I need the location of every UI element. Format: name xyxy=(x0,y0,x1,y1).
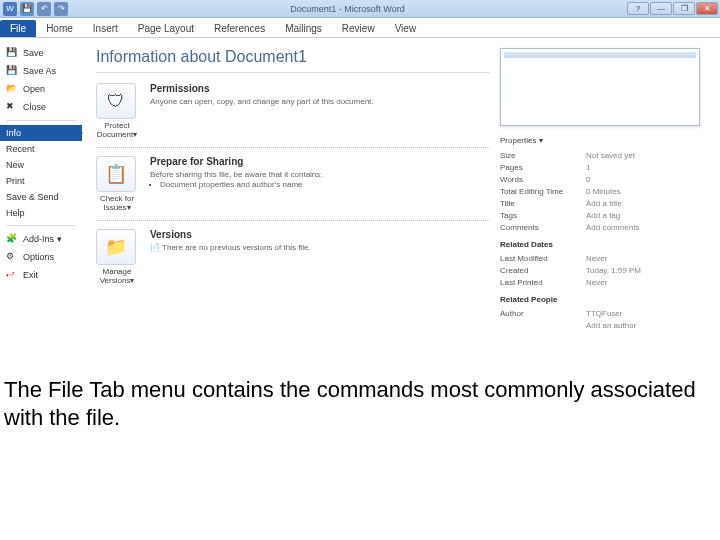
close-button[interactable]: ✕ xyxy=(696,2,718,15)
versions-icon: 📁 xyxy=(105,236,127,258)
prop-value[interactable]: Add comments xyxy=(586,223,639,232)
prop-value[interactable]: Add a tag xyxy=(586,211,620,220)
prop-value[interactable]: Add a title xyxy=(586,199,622,208)
sidebar-item-new[interactable]: New xyxy=(0,157,82,173)
sidebar-item-close[interactable]: ✖Close xyxy=(0,98,82,116)
sidebar-item-addins[interactable]: 🧩Add-Ins ▾ xyxy=(0,230,82,248)
protect-document-button[interactable]: 🛡 Protect Document▾ xyxy=(96,83,138,139)
tab-page-layout[interactable]: Page Layout xyxy=(128,20,204,37)
info-column: Information about Document1 🛡 Protect Do… xyxy=(96,48,490,362)
minimize-button[interactable]: — xyxy=(650,2,672,15)
backstage-main: Information about Document1 🛡 Protect Do… xyxy=(82,38,720,368)
prop-row: CreatedToday, 1:59 PM xyxy=(500,266,706,275)
prop-row: Add an author xyxy=(500,321,706,330)
prop-value: Not saved yet xyxy=(586,151,635,160)
prop-key: Comments xyxy=(500,223,586,232)
save-icon[interactable]: 💾 xyxy=(20,2,34,16)
tab-references[interactable]: References xyxy=(204,20,275,37)
sidebar-item-label: Save As xyxy=(23,66,56,76)
maximize-button[interactable]: ❐ xyxy=(673,2,695,15)
button-label: Protect Document▾ xyxy=(97,121,137,139)
sidebar-item-options[interactable]: ⚙Options xyxy=(0,248,82,266)
button-label: Check for Issues▾ xyxy=(100,194,134,212)
prop-key: Tags xyxy=(500,211,586,220)
prop-key: Words xyxy=(500,175,586,184)
sidebar-item-label: Close xyxy=(23,102,46,112)
tab-mailings[interactable]: Mailings xyxy=(275,20,332,37)
sidebar-item-recent[interactable]: Recent xyxy=(0,141,82,157)
sidebar-item-open[interactable]: 📂Open xyxy=(0,80,82,98)
prop-row: TitleAdd a title xyxy=(500,199,706,208)
addins-icon: 🧩 xyxy=(6,233,18,245)
sidebar-item-exit[interactable]: ⮐Exit xyxy=(0,266,82,284)
sidebar-item-save-as[interactable]: 💾Save As xyxy=(0,62,82,80)
close-icon: ✖ xyxy=(6,101,18,113)
document-preview[interactable] xyxy=(500,48,700,126)
redo-icon[interactable]: ↷ xyxy=(54,2,68,16)
word-icon: W xyxy=(3,2,17,16)
slide-caption: The File Tab menu contains the commands … xyxy=(0,368,720,432)
tab-home[interactable]: Home xyxy=(36,20,83,37)
tab-file[interactable]: File xyxy=(0,20,36,37)
prop-row: Pages1 xyxy=(500,163,706,172)
versions-note-icon: 📄 xyxy=(150,243,162,252)
prop-row: Last ModifiedNever xyxy=(500,254,706,263)
prop-value: 1 xyxy=(586,163,590,172)
section-lead: Before sharing this file, be aware that … xyxy=(150,170,323,179)
prop-key: Created xyxy=(500,266,586,275)
prop-value: Today, 1:59 PM xyxy=(586,266,641,275)
sidebar-item-label: Open xyxy=(23,84,45,94)
sidebar-item-save-send[interactable]: Save & Send xyxy=(0,189,82,205)
exit-icon: ⮐ xyxy=(6,269,18,281)
prop-row: AuthorTTQFuser xyxy=(500,309,706,318)
check-icon: 📋 xyxy=(105,163,127,185)
sidebar-item-label: Print xyxy=(6,176,25,186)
sidebar-item-label: Recent xyxy=(6,144,35,154)
sidebar-item-help[interactable]: Help xyxy=(0,205,82,221)
sidebar-item-label: New xyxy=(6,160,24,170)
properties-header[interactable]: Properties ▾ xyxy=(500,136,706,145)
tab-review[interactable]: Review xyxy=(332,20,385,37)
titlebar: W 💾 ↶ ↷ Document1 - Microsoft Word ? — ❐… xyxy=(0,0,720,18)
backstage: 💾Save 💾Save As 📂Open ✖Close Info Recent … xyxy=(0,38,720,368)
section-text: Before sharing this file, be aware that … xyxy=(150,170,490,191)
separator xyxy=(6,225,76,226)
backstage-sidebar: 💾Save 💾Save As 📂Open ✖Close Info Recent … xyxy=(0,38,82,368)
section-heading: Prepare for Sharing xyxy=(150,156,490,167)
sidebar-item-print[interactable]: Print xyxy=(0,173,82,189)
prop-value: 0 xyxy=(586,175,590,184)
prop-row: CommentsAdd comments xyxy=(500,223,706,232)
related-dates-heading: Related Dates xyxy=(500,240,706,249)
divider xyxy=(96,72,490,73)
help-button[interactable]: ? xyxy=(627,2,649,15)
section-versions: 📁 Manage Versions▾ Versions 📄 There are … xyxy=(96,229,490,293)
prop-row: Words0 xyxy=(500,175,706,184)
section-text: 📄 There are no previous versions of this… xyxy=(150,243,490,253)
prop-value: Never xyxy=(586,278,607,287)
check-issues-button[interactable]: 📋 Check for Issues▾ xyxy=(96,156,138,212)
manage-versions-button[interactable]: 📁 Manage Versions▾ xyxy=(96,229,138,285)
tab-insert[interactable]: Insert xyxy=(83,20,128,37)
prop-key: Author xyxy=(500,309,586,318)
prop-value[interactable]: Add an author xyxy=(586,321,636,330)
prop-key: Title xyxy=(500,199,586,208)
prop-row: SizeNot saved yet xyxy=(500,151,706,160)
button-label: Manage Versions▾ xyxy=(100,267,135,285)
prop-key: Pages xyxy=(500,163,586,172)
sidebar-item-label: Save xyxy=(23,48,44,58)
section-heading: Permissions xyxy=(150,83,490,94)
sidebar-item-info[interactable]: Info xyxy=(0,125,82,141)
section-note: There are no previous versions of this f… xyxy=(162,243,311,252)
prop-key: Last Modified xyxy=(500,254,586,263)
prop-row: Last PrintedNever xyxy=(500,278,706,287)
undo-icon[interactable]: ↶ xyxy=(37,2,51,16)
tab-view[interactable]: View xyxy=(385,20,427,37)
prop-value: Never xyxy=(586,254,607,263)
sidebar-item-label: Save & Send xyxy=(6,192,59,202)
prop-row: Total Editing Time0 Minutes xyxy=(500,187,706,196)
properties-column: Properties ▾ SizeNot saved yet Pages1 Wo… xyxy=(500,48,706,362)
prop-value: 0 Minutes xyxy=(586,187,621,196)
section-heading: Versions xyxy=(150,229,490,240)
sidebar-item-save[interactable]: 💾Save xyxy=(0,44,82,62)
window-controls: ? — ❐ ✕ xyxy=(627,2,718,15)
